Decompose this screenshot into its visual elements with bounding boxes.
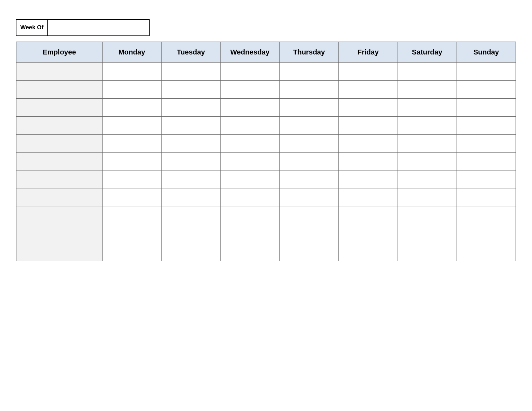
day-cell[interactable] <box>280 207 339 225</box>
day-cell[interactable] <box>221 99 280 117</box>
day-cell[interactable] <box>398 189 457 207</box>
day-cell[interactable] <box>221 207 280 225</box>
day-cell[interactable] <box>398 243 457 261</box>
day-cell[interactable] <box>221 243 280 261</box>
day-cell[interactable] <box>457 81 516 99</box>
employee-cell[interactable] <box>16 189 103 207</box>
thursday-header: Thursday <box>280 42 339 63</box>
monday-header: Monday <box>102 42 161 63</box>
day-cell[interactable] <box>102 225 161 243</box>
day-cell[interactable] <box>102 135 161 153</box>
day-cell[interactable] <box>280 99 339 117</box>
day-cell[interactable] <box>161 63 220 81</box>
day-cell[interactable] <box>161 99 220 117</box>
day-cell[interactable] <box>161 225 220 243</box>
day-cell[interactable] <box>161 171 220 189</box>
day-cell[interactable] <box>398 63 457 81</box>
day-cell[interactable] <box>221 153 280 171</box>
day-cell[interactable] <box>398 135 457 153</box>
day-cell[interactable] <box>398 207 457 225</box>
day-cell[interactable] <box>339 99 398 117</box>
day-cell[interactable] <box>161 81 220 99</box>
day-cell[interactable] <box>161 117 220 135</box>
employee-cell[interactable] <box>16 135 103 153</box>
table-row <box>16 207 516 225</box>
employee-cell[interactable] <box>16 225 103 243</box>
employee-cell[interactable] <box>16 63 103 81</box>
table-row <box>16 189 516 207</box>
day-cell[interactable] <box>339 117 398 135</box>
week-of-container: Week Of <box>16 19 516 36</box>
day-cell[interactable] <box>398 225 457 243</box>
table-row <box>16 63 516 81</box>
day-cell[interactable] <box>398 99 457 117</box>
day-cell[interactable] <box>457 207 516 225</box>
day-cell[interactable] <box>161 135 220 153</box>
employee-cell[interactable] <box>16 81 103 99</box>
day-cell[interactable] <box>398 153 457 171</box>
day-cell[interactable] <box>221 189 280 207</box>
day-cell[interactable] <box>280 81 339 99</box>
day-cell[interactable] <box>339 63 398 81</box>
day-cell[interactable] <box>102 99 161 117</box>
day-cell[interactable] <box>457 153 516 171</box>
day-cell[interactable] <box>280 171 339 189</box>
table-row <box>16 135 516 153</box>
day-cell[interactable] <box>457 171 516 189</box>
day-cell[interactable] <box>339 171 398 189</box>
day-cell[interactable] <box>457 117 516 135</box>
employee-cell[interactable] <box>16 207 103 225</box>
day-cell[interactable] <box>280 189 339 207</box>
day-cell[interactable] <box>339 225 398 243</box>
day-cell[interactable] <box>398 81 457 99</box>
day-cell[interactable] <box>280 117 339 135</box>
day-cell[interactable] <box>457 99 516 117</box>
day-cell[interactable] <box>161 207 220 225</box>
day-cell[interactable] <box>161 153 220 171</box>
day-cell[interactable] <box>102 117 161 135</box>
day-cell[interactable] <box>398 171 457 189</box>
day-cell[interactable] <box>339 153 398 171</box>
day-cell[interactable] <box>280 153 339 171</box>
day-cell[interactable] <box>339 135 398 153</box>
employee-cell[interactable] <box>16 171 103 189</box>
day-cell[interactable] <box>398 117 457 135</box>
employee-cell[interactable] <box>16 243 103 261</box>
saturday-header: Saturday <box>398 42 457 63</box>
day-cell[interactable] <box>339 243 398 261</box>
day-cell[interactable] <box>339 189 398 207</box>
day-cell[interactable] <box>102 63 161 81</box>
day-cell[interactable] <box>221 63 280 81</box>
day-cell[interactable] <box>102 189 161 207</box>
day-cell[interactable] <box>280 225 339 243</box>
day-cell[interactable] <box>457 135 516 153</box>
week-of-input[interactable] <box>48 19 150 36</box>
day-cell[interactable] <box>457 225 516 243</box>
day-cell[interactable] <box>102 153 161 171</box>
day-cell[interactable] <box>457 243 516 261</box>
day-cell[interactable] <box>161 243 220 261</box>
day-cell[interactable] <box>161 189 220 207</box>
day-cell[interactable] <box>102 171 161 189</box>
employee-cell[interactable] <box>16 99 103 117</box>
week-of-label: Week Of <box>16 19 48 36</box>
day-cell[interactable] <box>102 81 161 99</box>
day-cell[interactable] <box>221 81 280 99</box>
day-cell[interactable] <box>102 243 161 261</box>
day-cell[interactable] <box>457 63 516 81</box>
day-cell[interactable] <box>221 135 280 153</box>
day-cell[interactable] <box>457 189 516 207</box>
employee-cell[interactable] <box>16 117 103 135</box>
day-cell[interactable] <box>221 117 280 135</box>
table-row <box>16 117 516 135</box>
day-cell[interactable] <box>339 207 398 225</box>
day-cell[interactable] <box>102 207 161 225</box>
day-cell[interactable] <box>339 81 398 99</box>
employee-cell[interactable] <box>16 153 103 171</box>
day-cell[interactable] <box>280 243 339 261</box>
day-cell[interactable] <box>280 135 339 153</box>
table-row <box>16 243 516 261</box>
day-cell[interactable] <box>280 63 339 81</box>
day-cell[interactable] <box>221 225 280 243</box>
day-cell[interactable] <box>221 171 280 189</box>
